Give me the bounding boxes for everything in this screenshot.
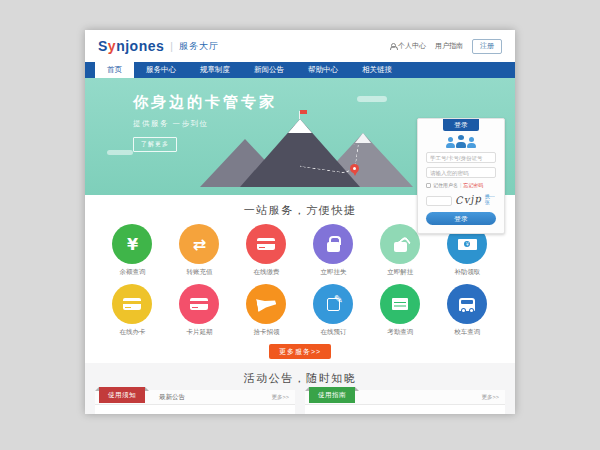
divider: | — [460, 182, 461, 188]
cloud-icon — [357, 96, 387, 102]
service-item[interactable]: 在线办卡 — [99, 284, 166, 336]
more-link[interactable]: 更多>> — [272, 394, 295, 401]
logo-text: njones — [116, 38, 164, 54]
service-label: 转账充值 — [166, 268, 233, 276]
service-item[interactable]: 立即挂失 — [300, 224, 367, 276]
more-services-button[interactable]: 更多服务>> — [269, 344, 331, 359]
nav-item-0[interactable]: 首页 — [95, 62, 134, 78]
service-item[interactable]: 考勤查询 — [367, 284, 434, 336]
more-link[interactable]: 更多>> — [482, 394, 505, 401]
yen-icon: ¥ — [112, 224, 152, 264]
mountain-illustration — [200, 109, 415, 187]
service-label: 校车查询 — [434, 328, 501, 336]
personal-center-link[interactable]: 个人中心 — [389, 41, 426, 51]
services-grid: ¥余额查询⇄转账充值在线缴费立即挂失立即解挂补助领取在线办卡卡片延期拾卡招领在线… — [85, 216, 515, 336]
remember-checkbox[interactable] — [426, 183, 431, 188]
service-item[interactable]: 卡片延期 — [166, 284, 233, 336]
service-label: 立即挂失 — [300, 268, 367, 276]
page: Synjones | 服务大厅 个人中心 用户指南 注册 首页服务中心规章制度新… — [85, 30, 515, 414]
person-figure — [456, 135, 466, 148]
service-label: 在线预订 — [300, 328, 367, 336]
unlock-icon — [380, 224, 420, 264]
remember-row: 记住用户名 | 忘记密码 — [426, 182, 496, 188]
credit-card-icon — [179, 284, 219, 324]
user-guide-label: 用户指南 — [435, 41, 463, 51]
service-label: 补助领取 — [434, 268, 501, 276]
panel-tab-secondary[interactable]: 最新公告 — [145, 393, 199, 402]
flag-icon — [300, 110, 307, 114]
lock-icon — [313, 224, 353, 264]
credit-card-icon — [112, 284, 152, 324]
service-item[interactable]: 拾卡招领 — [233, 284, 300, 336]
announcement-panels: 使用须知最新公告更多>>使用指南更多>> — [85, 384, 515, 414]
announcements-section: 活动公告，随时知晓 使用须知最新公告更多>>使用指南更多>> — [85, 363, 515, 414]
captcha-refresh-link[interactable]: 换一张 — [485, 193, 496, 205]
panel-tab[interactable]: 使用须知 — [99, 387, 145, 403]
bus-icon — [447, 284, 487, 324]
panel-body — [305, 405, 505, 414]
person-icon — [389, 43, 396, 50]
login-tab[interactable]: 登录 — [443, 119, 479, 131]
service-item[interactable]: ⇄转账充值 — [166, 224, 233, 276]
edit-icon — [313, 284, 353, 324]
username-input[interactable] — [426, 152, 496, 163]
announcement-panel: 使用须知最新公告更多>> — [95, 390, 295, 414]
logo-text: S — [98, 38, 108, 54]
nav-item-3[interactable]: 新闻公告 — [242, 62, 296, 78]
service-label: 拾卡招领 — [233, 328, 300, 336]
snow-cap — [288, 116, 312, 133]
logo[interactable]: Synjones — [98, 38, 164, 54]
password-input[interactable] — [426, 167, 496, 178]
service-label: 在线办卡 — [99, 328, 166, 336]
announcement-panel: 使用指南更多>> — [305, 390, 505, 414]
credit-card-icon — [246, 224, 286, 264]
login-submit-button[interactable]: 登录 — [426, 212, 496, 225]
logo-accent: y — [108, 38, 116, 54]
panel-body — [95, 405, 295, 414]
main-nav: 首页服务中心规章制度新闻公告帮助中心相关链接 — [85, 62, 515, 78]
service-label: 余额查询 — [99, 268, 166, 276]
person-figure — [446, 137, 455, 148]
nav-item-2[interactable]: 规章制度 — [188, 62, 242, 78]
register-button[interactable]: 注册 — [472, 39, 502, 54]
captcha-image[interactable]: Cvjp — [455, 192, 483, 205]
nav-item-1[interactable]: 服务中心 — [134, 62, 188, 78]
hero-cta-button[interactable]: 了解更多 — [133, 137, 177, 152]
forgot-password-link[interactable]: 忘记密码 — [463, 182, 483, 188]
panel-header: 使用指南更多>> — [305, 390, 505, 405]
location-pin-icon — [350, 164, 359, 173]
snow-cap — [355, 130, 371, 143]
captcha-input[interactable] — [426, 196, 452, 206]
panel-tab[interactable]: 使用指南 — [309, 387, 355, 403]
product-name: 服务大厅 — [179, 40, 219, 53]
remember-label: 记住用户名 — [433, 182, 458, 188]
personal-center-label: 个人中心 — [398, 41, 426, 51]
service-label: 在线缴费 — [233, 268, 300, 276]
service-label: 考勤查询 — [367, 328, 434, 336]
header-links: 个人中心 用户指南 注册 — [389, 39, 502, 54]
service-item[interactable]: 在线预订 — [300, 284, 367, 336]
cloud-icon — [107, 150, 133, 155]
service-item[interactable]: ¥余额查询 — [99, 224, 166, 276]
list-icon — [380, 284, 420, 324]
person-figure — [467, 137, 476, 148]
service-item[interactable]: 在线缴费 — [233, 224, 300, 276]
nav-item-5[interactable]: 相关链接 — [350, 62, 404, 78]
announcements-title: 活动公告，随时知晓 — [85, 371, 515, 384]
user-guide-link[interactable]: 用户指南 — [435, 41, 463, 51]
panel-header: 使用须知最新公告更多>> — [95, 390, 295, 405]
nav-item-4[interactable]: 帮助中心 — [296, 62, 350, 78]
users-icon — [426, 135, 496, 148]
service-label: 卡片延期 — [166, 328, 233, 336]
megaphone-icon — [246, 284, 286, 324]
hero-banner: 你身边的卡管专家 提供服务 一步到位 了解更多 登录 — [85, 78, 515, 195]
site-header: Synjones | 服务大厅 个人中心 用户指南 注册 — [85, 30, 515, 62]
login-panel: 登录 记住用户名 | 忘记密码 Cvjp 换一张 登录 — [417, 118, 505, 234]
transfer-icon: ⇄ — [179, 224, 219, 264]
service-item[interactable]: 校车查询 — [434, 284, 501, 336]
logo-divider: | — [170, 41, 173, 52]
service-label: 立即解挂 — [367, 268, 434, 276]
captcha-row: Cvjp 换一张 — [426, 192, 496, 206]
